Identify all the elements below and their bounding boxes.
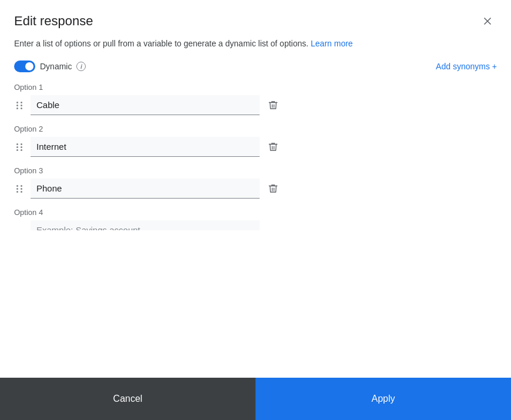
option-group-2: Option 2: [14, 125, 497, 157]
option-group-1: Option 1: [14, 83, 497, 115]
drag-handle-2[interactable]: [14, 141, 26, 153]
dynamic-toggle-group: Dynamic i: [14, 61, 86, 72]
dynamic-label: Dynamic: [40, 62, 72, 71]
close-icon: [482, 15, 493, 27]
cancel-button[interactable]: Cancel: [0, 378, 256, 420]
option-row-4: [14, 220, 497, 230]
option-group-4: Option 4: [14, 208, 497, 230]
modal-subtitle: Enter a list of options or pull from a v…: [0, 38, 511, 59]
modal-title: Edit response: [14, 14, 93, 29]
modal-body: Option 1Option 2Option 3Option 4: [0, 83, 511, 230]
option-label-3: Option 3: [14, 166, 497, 175]
trash-icon: [268, 141, 278, 153]
delete-button-2[interactable]: [264, 137, 282, 156]
delete-button-1[interactable]: [264, 96, 282, 115]
modal-header: Edit response: [0, 0, 511, 38]
delete-button-3[interactable]: [264, 179, 282, 198]
dynamic-toggle-switch[interactable]: [14, 61, 35, 72]
option-input-4[interactable]: [31, 220, 260, 230]
apply-button[interactable]: Apply: [256, 378, 511, 420]
option-row-2: [14, 137, 497, 157]
option-row-1: [14, 95, 497, 115]
learn-more-link[interactable]: Learn more: [311, 39, 353, 48]
option-label-2: Option 2: [14, 125, 497, 133]
spacer: [0, 230, 511, 378]
modal-footer: Cancel Apply: [0, 378, 511, 420]
trash-icon: [268, 183, 278, 194]
controls-row: Dynamic i Add synonyms +: [0, 59, 511, 83]
info-icon[interactable]: i: [76, 62, 86, 71]
trash-icon: [268, 99, 278, 111]
option-row-3: [14, 179, 497, 199]
option-group-3: Option 3: [14, 166, 497, 199]
edit-response-modal: Edit response Enter a list of options or…: [0, 0, 511, 420]
option-label-1: Option 1: [14, 83, 497, 92]
option-label-4: Option 4: [14, 208, 497, 217]
drag-handle-3[interactable]: [14, 183, 26, 195]
add-synonyms-button[interactable]: Add synonyms +: [436, 59, 497, 73]
drag-handle-1[interactable]: [14, 99, 26, 112]
option-input-1[interactable]: [31, 95, 260, 115]
close-button[interactable]: [478, 12, 497, 31]
option-input-3[interactable]: [31, 179, 260, 199]
option-input-2[interactable]: [31, 137, 260, 157]
